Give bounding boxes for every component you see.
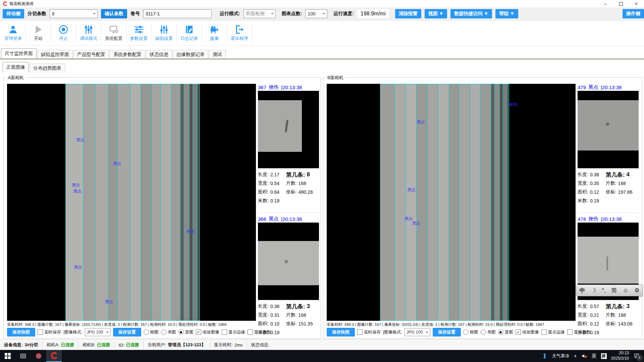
detection-block: 367 挫伤 |20:13:38 长度:2.17 宽度:0.54 面积:0.64… xyxy=(258,84,319,205)
strip-number-value: 4 xyxy=(626,171,629,178)
clear-alarm-button[interactable]: 清除报警 xyxy=(395,9,421,18)
zoom-image-label: 缩放图像 xyxy=(203,329,219,335)
help-menu-button[interactable]: 帮助 ▼ xyxy=(495,9,518,18)
minimize-button[interactable]: – xyxy=(598,0,613,7)
bright-image-radio[interactable] xyxy=(481,329,486,335)
defect-settings-button[interactable]: 缺陷设置 xyxy=(152,24,176,42)
operate-side-button[interactable]: 操作侧 xyxy=(623,9,644,18)
tab-test[interactable]: 测试 xyxy=(209,50,226,59)
defect-snapshot[interactable] xyxy=(258,223,319,300)
admin-login-button[interactable]: 管理登录 xyxy=(1,24,25,42)
save-snapshot-button[interactable]: 保存快照 xyxy=(327,328,355,337)
measure-value: 0.64 xyxy=(270,189,279,195)
save-settings-button[interactable]: 保存设置 xyxy=(113,328,141,337)
moon-icon[interactable]: ☽ xyxy=(591,287,596,294)
save-settings-button[interactable]: 保存设置 xyxy=(433,328,461,337)
slit-count-select[interactable]: 8 xyxy=(50,9,98,18)
maximize-button[interactable] xyxy=(613,0,629,7)
zoom-image-checkbox[interactable] xyxy=(196,329,201,335)
tab-status-info[interactable]: 状态信息 xyxy=(146,50,172,59)
exit-program-button[interactable]: 退出程序 xyxy=(227,24,252,42)
data-access-menu-button[interactable]: 数据快捷访问 ▼ xyxy=(450,9,492,18)
original-image-radio[interactable] xyxy=(178,329,184,335)
image-format-select[interactable]: JPG 100 xyxy=(85,328,111,336)
defect-snapshot[interactable] xyxy=(258,91,319,168)
tray-expand-chevron[interactable]: ∧ xyxy=(574,354,577,358)
strip-number-label: 第几条: xyxy=(286,171,305,179)
tab-defect-monitor[interactable]: 缺陷监控界面 xyxy=(37,50,73,59)
image-format-select[interactable]: JPG 100 xyxy=(405,328,430,336)
emoji-icon[interactable]: ☺ xyxy=(623,287,629,294)
volume-muted-button[interactable] xyxy=(581,353,587,359)
ribbon-label: 日志记录 xyxy=(180,36,198,42)
system-config-button[interactable]: 系统配置 xyxy=(101,24,126,42)
defect-mark xyxy=(607,256,608,270)
zoom-image-checkbox[interactable] xyxy=(516,329,521,335)
camera-capture-button[interactable]: 摄像 xyxy=(202,24,227,42)
slit-count-value: 8 xyxy=(52,11,55,16)
bright-image-radio[interactable] xyxy=(161,329,166,335)
drive-side-button[interactable]: 传动侧 xyxy=(3,9,24,18)
original-image-radio[interactable] xyxy=(498,329,503,335)
panel-b-title: B面相机 xyxy=(326,75,345,81)
dark-image-radio[interactable] xyxy=(144,329,149,335)
original-image-label: 原图 xyxy=(505,329,513,335)
start-button[interactable]: 开始 xyxy=(26,24,51,42)
confirm-count-button[interactable]: 确认条数 xyxy=(101,9,127,18)
dark-image-radio[interactable] xyxy=(463,329,469,335)
camera-a-live-image[interactable]: 黑点黑点黑点黑点挫伤黑点黑点 xyxy=(7,84,256,321)
tab-system-param-config[interactable]: 系统参数配置 xyxy=(110,50,145,59)
panel-camera-a: A面相机 黑点黑点黑点黑点挫伤黑点黑点 367 挫伤 |20:13:38 长度:… xyxy=(3,77,321,339)
bright-image-label: 亮图 xyxy=(168,329,176,335)
ime-pinyin-indicator[interactable]: 拼 xyxy=(601,353,607,359)
show-strips-checkbox[interactable] xyxy=(567,329,573,335)
realtime-save-checkbox[interactable] xyxy=(357,329,363,335)
run-mode-label: 运行模式: xyxy=(220,11,240,17)
weather-text[interactable]: 天气寒冷 xyxy=(552,353,570,359)
measure-value: 0.57 xyxy=(590,304,599,309)
camera-b-live-image[interactable]: 挫伤黑点黑点黑点黑点 xyxy=(327,84,576,321)
punctuation-toggle[interactable]: °, xyxy=(602,287,606,294)
close-button[interactable]: × xyxy=(629,0,644,7)
simplified-toggle[interactable]: 简 xyxy=(611,287,617,294)
measure-value: 0.54 xyxy=(270,181,279,186)
stop-button[interactable]: 停止 xyxy=(51,24,76,42)
log-record-button[interactable]: 日志记录 xyxy=(177,24,202,42)
ime-language-toggle[interactable]: 中 xyxy=(580,287,585,294)
task-view-button[interactable] xyxy=(15,350,31,362)
taskbar-clock[interactable]: 20:13 2025/2/10 xyxy=(611,351,629,361)
tab-distribution-trend-chart[interactable]: 分布趋势图表 xyxy=(30,64,65,72)
parameter-settings-button[interactable]: 参数设置 xyxy=(126,24,151,42)
chart-points-select[interactable]: 100 xyxy=(305,9,327,18)
action-center-button[interactable]: 6 xyxy=(633,353,640,359)
gear-icon[interactable]: ⚙ xyxy=(634,287,639,294)
tab-front-image[interactable]: 正面图像 xyxy=(3,62,29,72)
tab-edge-data-record[interactable]: 边缘数据记录 xyxy=(173,50,208,59)
debug-mode-button[interactable]: 调试模式 xyxy=(76,24,101,42)
clock-time: 20:13 xyxy=(611,351,629,356)
defect-snapshot[interactable] xyxy=(578,91,639,168)
run-mode-select[interactable]: 双面检测 xyxy=(244,9,276,18)
app-logo-icon xyxy=(3,1,7,6)
start-button[interactable] xyxy=(0,350,15,362)
tab-size-monitor[interactable]: 尺寸监控界面 xyxy=(1,48,37,59)
status-info-label: 状态信息: xyxy=(251,342,270,348)
realtime-save-checkbox[interactable] xyxy=(38,329,43,335)
detection-time: |20:13:38 xyxy=(281,84,302,90)
chart-points-value: 100 xyxy=(308,11,315,16)
show-edge-checkbox[interactable] xyxy=(541,329,547,335)
ime-language-indicator[interactable]: 英 xyxy=(592,353,597,359)
inspection-app-taskbar-button[interactable] xyxy=(46,350,62,362)
show-strips-checkbox[interactable] xyxy=(248,329,253,335)
tab-product-model-config[interactable]: 产品型号配置 xyxy=(73,50,109,59)
view-menu-button[interactable]: 视图 ▼ xyxy=(425,9,447,18)
roll-number-input[interactable]: 3117-1 xyxy=(143,9,212,18)
show-edge-checkbox[interactable] xyxy=(222,329,227,335)
save-snapshot-button[interactable]: 保存快照 xyxy=(7,328,35,337)
detection-type: 挫伤 xyxy=(269,84,279,90)
detection-block: 478 挫伤 |20:13:38 长度:0.57 宽度:0.21 面积:0.12… xyxy=(578,213,639,337)
detection-block: 479 黑点 |20:13:38 长度:0.38 宽度:0.35 面积:0.12… xyxy=(578,84,639,205)
strip-region xyxy=(197,84,200,321)
pinned-app-button[interactable] xyxy=(31,350,46,362)
run-speed-value: 198.9m/mi xyxy=(357,9,389,18)
